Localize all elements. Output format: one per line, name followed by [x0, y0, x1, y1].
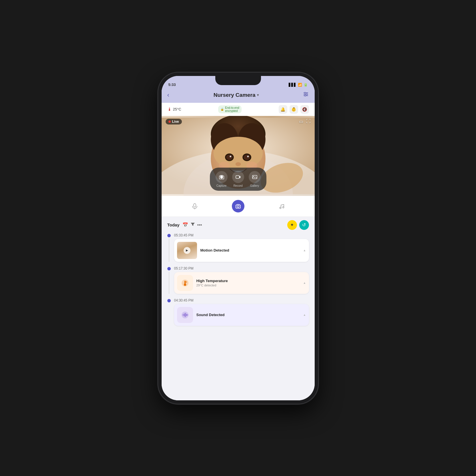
timeline-dot-col-3 [167, 298, 171, 326]
svg-rect-40 [183, 314, 183, 316]
bottom-controls [162, 196, 315, 217]
filter-funnel-icon[interactable] [190, 222, 195, 228]
back-button[interactable]: ‹ [167, 91, 169, 99]
wifi-icon: 📶 [298, 83, 302, 87]
chevron-down-icon[interactable]: ▾ [257, 93, 259, 97]
temperature-display: 🌡 25°C [167, 107, 181, 112]
battery-icon: 🔋 [304, 83, 308, 87]
calendar-icon[interactable]: 📅 [182, 222, 188, 228]
temperature-value: 25°C [173, 107, 181, 111]
event-card-temperature[interactable]: High Temperature 29°C detected ▲ [174, 272, 309, 294]
lock-icon: 🔒 [220, 108, 224, 111]
svg-point-28 [253, 176, 254, 177]
more-options-icon[interactable]: ••• [197, 222, 202, 228]
camera-top-controls: ▭ ⛶ [299, 119, 311, 124]
timeline-event-3: 04:30:45 PM [167, 298, 309, 326]
status-time: 5:33 [168, 83, 176, 87]
phone-screen: 5:33 ▋▋▋ 📶 🔋 ‹ Nursery Camera ▾ [162, 76, 315, 400]
capture-label: Capture [216, 184, 227, 187]
svg-point-20 [235, 162, 241, 166]
phone-notch [215, 76, 261, 85]
svg-rect-42 [185, 313, 186, 317]
phone-device: 5:33 ▋▋▋ 📶 🔋 ‹ Nursery Camera ▾ [158, 73, 318, 404]
timeline-dot-col-2 [167, 266, 171, 294]
event-thumbnail-1: ▶ [177, 242, 197, 259]
timeline-event-2: 05:17:30 PM [167, 266, 309, 294]
mute-icon[interactable]: 🔇 [300, 105, 309, 114]
filter-left: Today 📅 ••• [167, 222, 202, 228]
svg-point-31 [237, 205, 239, 207]
encrypt-label: End-to-end [225, 106, 239, 109]
event-time-2: 05:17:30 PM [174, 266, 309, 270]
play-icon: ▶ [184, 247, 190, 254]
timeline-filter: Today 📅 ••• ✦ ↺ [162, 217, 315, 233]
event-title-2: High Temperature [196, 279, 300, 283]
gallery-button[interactable]: Gallery [249, 171, 261, 187]
svg-point-19 [247, 156, 249, 157]
record-button[interactable]: Record [232, 171, 244, 187]
app-content: ‹ Nursery Camera ▾ [162, 89, 315, 400]
camera-title: Nursery Camera [214, 92, 256, 98]
status-icons: ▋▋▋ 📶 🔋 [289, 83, 308, 87]
event-card-motion[interactable]: ▶ Motion Detected ▲ [174, 239, 309, 262]
event-expand-1[interactable]: ▲ [303, 249, 306, 252]
notification-icon[interactable]: 🔔 [279, 105, 287, 114]
timeline-event-1: 05:33:45 PM ▶ Motion Detected ▲ [167, 233, 309, 262]
timeline-dot-2 [167, 267, 171, 270]
timeline-content-1: 05:33:45 PM ▶ Motion Detected ▲ [174, 233, 309, 262]
event-expand-2[interactable]: ▲ [303, 281, 306, 284]
aspect-ratio-icon[interactable]: ▭ [299, 119, 303, 124]
sun-filter-badge[interactable]: ✦ [287, 220, 297, 230]
timeline-content-2: 05:17:30 PM [174, 266, 309, 294]
info-action-icons: 🔔 👶 🔇 [279, 105, 309, 114]
app-header: ‹ Nursery Camera ▾ [162, 89, 315, 103]
svg-rect-43 [186, 314, 187, 316]
fullscreen-icon[interactable]: ⛶ [306, 119, 311, 124]
svg-point-36 [184, 284, 186, 286]
svg-rect-26 [236, 176, 239, 178]
svg-point-33 [282, 206, 284, 208]
signal-icon: ▋▋▋ [289, 83, 296, 87]
timeline: 05:33:45 PM ▶ Motion Detected ▲ [162, 233, 315, 336]
event-time-1: 05:33:45 PM [174, 233, 309, 237]
svg-point-3 [304, 92, 306, 93]
camera-feed: Live ▭ ⛶ [162, 116, 315, 196]
capture-controls: Capture Record [210, 168, 266, 191]
baby-icon[interactable]: 👶 [290, 105, 298, 114]
microphone-button[interactable] [188, 200, 201, 212]
timeline-dot-3 [167, 299, 171, 302]
gallery-label: Gallery [250, 184, 259, 187]
timeline-line-1 [169, 238, 169, 262]
event-title-1: Motion Detected [200, 248, 300, 252]
event-card-sound[interactable]: Sound Detected ▲ [174, 304, 309, 326]
filter-icons: 📅 ••• [182, 222, 202, 228]
gallery-icon [249, 171, 261, 183]
today-label: Today [167, 222, 180, 227]
sound-event-icon [177, 307, 193, 323]
capture-icon [216, 171, 228, 183]
svg-point-16 [226, 154, 232, 160]
capture-button[interactable]: Capture [216, 171, 228, 187]
refresh-filter-badge[interactable]: ↺ [299, 220, 309, 230]
event-expand-3[interactable]: ▲ [303, 313, 306, 316]
event-text-1: Motion Detected [200, 248, 300, 252]
temperature-event-icon [177, 275, 193, 291]
music-button[interactable] [275, 200, 288, 212]
svg-point-5 [305, 95, 306, 96]
svg-rect-44 [187, 314, 188, 316]
event-text-3: Sound Detected [196, 313, 300, 317]
record-icon [232, 171, 244, 183]
timeline-dot-col-1 [167, 233, 171, 262]
svg-point-17 [244, 154, 250, 160]
title-wrap: Nursery Camera ▾ [214, 92, 259, 98]
settings-icon[interactable] [303, 91, 309, 99]
svg-rect-29 [194, 204, 196, 207]
svg-point-18 [230, 156, 231, 157]
thermometer-icon: 🌡 [167, 107, 172, 112]
event-subtitle-2: 29°C detected [196, 284, 300, 287]
timeline-dot-1 [167, 234, 171, 237]
encrypt-sub: encrypted [225, 109, 239, 113]
info-bar: 🌡 25°C 🔒 End-to-end encrypted 🔔 👶 🔇 [162, 103, 315, 116]
camera-button[interactable] [232, 200, 244, 212]
filter-right: ✦ ↺ [287, 220, 309, 230]
